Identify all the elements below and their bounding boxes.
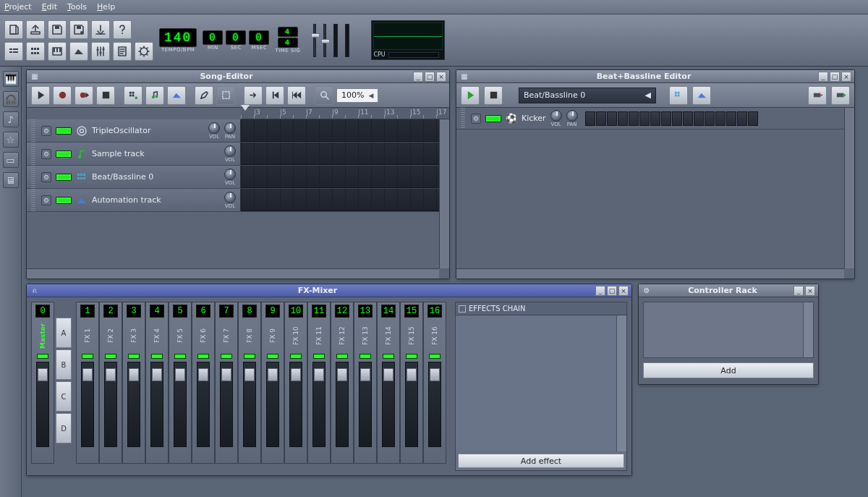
mute-led[interactable] (56, 150, 72, 158)
bb-step-cell[interactable] (748, 111, 758, 126)
fx-enable-led[interactable] (336, 354, 348, 359)
fx-channel[interactable]: 13FX 13 (354, 302, 377, 464)
draw-mode-button[interactable] (195, 86, 213, 105)
track-gear-icon[interactable]: ⚙ (41, 126, 51, 136)
track-pattern-area[interactable] (241, 119, 449, 142)
master-pitch-slider[interactable] (323, 24, 326, 57)
record-button[interactable] (53, 86, 72, 105)
mute-led[interactable] (485, 115, 501, 122)
vertical-scrollbar[interactable] (844, 108, 854, 268)
fx-enable-led[interactable] (290, 354, 302, 359)
track-type-icon[interactable] (76, 195, 88, 206)
bb-step-cell[interactable] (629, 111, 639, 126)
horizontal-scrollbar[interactable] (456, 268, 844, 279)
sidebar-presets[interactable]: ♪ (3, 111, 19, 127)
master-volume-slider[interactable] (313, 24, 316, 57)
track-type-icon[interactable] (76, 148, 88, 160)
fx-enable-led[interactable] (105, 354, 116, 359)
fx-send-a[interactable]: A (56, 318, 72, 348)
maximize-button[interactable]: □ (830, 72, 840, 82)
fx-channel[interactable]: 10FX 10 (284, 302, 307, 464)
fx-fader[interactable] (81, 362, 94, 447)
track-pattern-area[interactable] (241, 189, 449, 211)
effects-chain-enable-checkbox[interactable] (459, 305, 466, 313)
track-name[interactable]: Sample track (92, 149, 145, 158)
fx-channel[interactable]: 9FX 9 (261, 302, 284, 464)
bb-step-cell[interactable] (618, 111, 628, 126)
fx-channel[interactable]: 16FX 16 (423, 302, 446, 464)
menu-edit[interactable]: Edit (42, 2, 57, 12)
track-vol-knob[interactable] (224, 145, 236, 157)
fx-fader[interactable] (243, 362, 256, 447)
drag-handle[interactable] (31, 189, 35, 211)
fx-enable-led[interactable] (82, 354, 93, 359)
sidebar-samples[interactable]: 🎧 (3, 91, 19, 107)
track-vol-knob[interactable] (208, 122, 220, 134)
fx-fader[interactable] (336, 362, 349, 447)
track-gear-icon[interactable]: ⚙ (41, 172, 51, 182)
bb-pattern-select[interactable]: Beat/Bassline 0◀ (519, 88, 656, 103)
bb-editor-toggle[interactable] (26, 42, 45, 61)
add-effect-button[interactable]: Add effect (458, 454, 624, 468)
timeline-ruler[interactable]: |3|5|7|9|11|13|15|17 (241, 108, 449, 119)
minimize-button[interactable]: _ (818, 72, 828, 82)
maximize-button[interactable]: □ (425, 72, 435, 82)
track-type-icon[interactable] (76, 171, 88, 183)
bb-step-cell[interactable] (737, 111, 747, 126)
edit-mode-button[interactable] (216, 86, 235, 105)
controller-add-button[interactable]: Add (643, 362, 814, 378)
export-button[interactable] (91, 20, 110, 39)
bb-step-cell[interactable] (661, 111, 671, 126)
track-vol-knob[interactable] (224, 192, 236, 203)
playhead-marker[interactable] (241, 105, 250, 111)
sidebar-computer[interactable]: 🖥 (3, 172, 19, 188)
fx-channel[interactable]: 5FX 5 (169, 302, 192, 464)
track-name[interactable]: Beat/Bassline 0 (92, 172, 153, 182)
fx-fader[interactable] (104, 362, 117, 447)
fx-fader[interactable] (174, 362, 187, 447)
new-project-button[interactable] (4, 20, 23, 39)
fx-enable-led[interactable] (359, 354, 371, 359)
mute-led[interactable] (56, 174, 72, 181)
bb-step-cell[interactable] (694, 111, 704, 126)
fx-send-d[interactable]: D (56, 413, 72, 443)
fx-enable-led[interactable] (406, 354, 417, 359)
fx-enable-led[interactable] (383, 354, 394, 359)
fx-fader[interactable] (36, 362, 49, 447)
stop-button[interactable] (96, 86, 115, 105)
bb-step-cell[interactable] (607, 111, 617, 126)
fx-enable-led[interactable] (174, 354, 186, 359)
fx-fader[interactable] (197, 362, 210, 447)
piano-roll-toggle[interactable] (48, 42, 67, 61)
track-name[interactable]: Automation track (92, 195, 161, 205)
bb-step-cell[interactable] (705, 111, 715, 126)
bb-step-cell[interactable] (585, 111, 595, 126)
track-gear-icon[interactable]: ⚙ (41, 149, 51, 159)
track-pan-knob[interactable] (224, 122, 236, 134)
vertical-scrollbar[interactable] (803, 302, 813, 357)
bb-pan-knob[interactable] (566, 110, 578, 122)
fx-enable-led[interactable] (267, 354, 278, 359)
saveas-project-button[interactable] (69, 20, 88, 39)
fx-channel[interactable]: 3FX 3 (122, 302, 145, 464)
fx-fader[interactable] (312, 362, 326, 447)
skip-back-button[interactable] (265, 86, 284, 105)
fx-fader[interactable] (359, 362, 372, 447)
minimize-button[interactable]: _ (595, 286, 605, 296)
fx-enable-led[interactable] (37, 354, 48, 359)
menu-project[interactable]: Project (4, 2, 32, 12)
add-sample-track-button[interactable] (145, 86, 164, 105)
fx-mixer-toggle[interactable] (91, 42, 110, 61)
fx-channel[interactable]: 1FX 1 (76, 302, 99, 464)
vertical-scrollbar[interactable] (616, 315, 626, 451)
close-button[interactable]: × (841, 72, 851, 82)
fx-enable-led[interactable] (151, 354, 163, 359)
track-pattern-area[interactable] (241, 166, 449, 188)
drag-handle[interactable] (31, 143, 35, 165)
bb-step-cell[interactable] (672, 111, 682, 126)
fx-enable-led[interactable] (221, 354, 232, 359)
add-bb-track-button[interactable] (124, 86, 142, 105)
mute-led[interactable] (56, 197, 72, 204)
bb-step-cell[interactable] (715, 111, 726, 126)
horizontal-scrollbar[interactable] (27, 268, 439, 279)
